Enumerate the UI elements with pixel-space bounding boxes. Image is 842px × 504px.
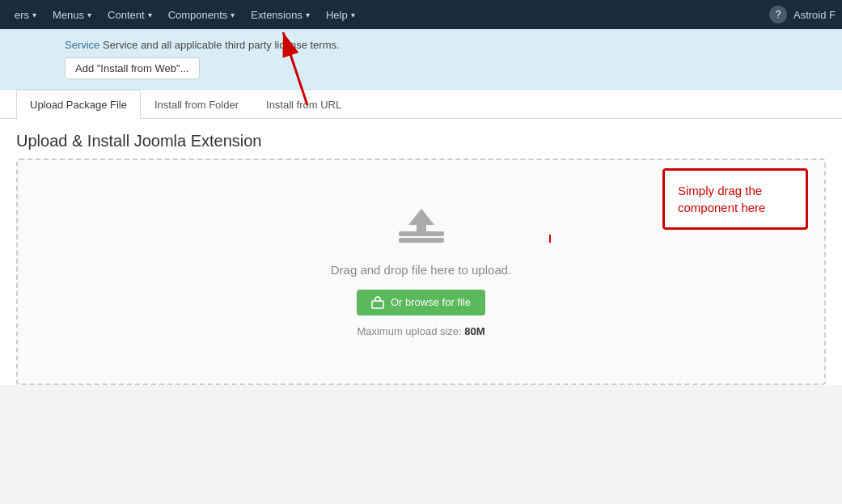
navbar-right: ? Astroid F	[769, 6, 836, 23]
svg-rect-3	[417, 223, 426, 236]
browse-icon	[371, 296, 384, 309]
top-navbar: ers ▾ Menus ▾ Content ▾ Components ▾ Ext…	[0, 0, 842, 29]
navbar-item-content[interactable]: Content ▾	[99, 0, 160, 29]
upload-icon	[399, 207, 444, 250]
main-content: Upload Package File Install from Folder …	[0, 90, 842, 385]
browse-button[interactable]: Or browse for file	[357, 290, 485, 316]
tab-install-url[interactable]: Install from URL	[252, 90, 355, 119]
help-circle-button[interactable]: ?	[769, 6, 787, 23]
callout-box: Simply drag the component here	[662, 168, 808, 230]
brand-name: Astroid F	[793, 9, 836, 21]
tab-upload-package[interactable]: Upload Package File	[16, 90, 141, 119]
svg-rect-1	[399, 238, 444, 243]
service-link[interactable]: Service	[65, 39, 99, 51]
chevron-down-icon: ▾	[148, 11, 152, 19]
tab-install-folder[interactable]: Install from Folder	[141, 90, 252, 119]
navbar-item-users[interactable]: ers ▾	[6, 0, 44, 29]
drag-text: Drag and drop file here to upload.	[331, 263, 511, 277]
page-title: Upload & Install Joomla Extension	[0, 119, 842, 159]
drop-zone[interactable]: Drag and drop file here to upload. Or br…	[16, 159, 826, 385]
max-size-text: Maximum upload size: 80M	[357, 325, 484, 337]
tabs-bar: Upload Package File Install from Folder …	[0, 90, 842, 119]
svg-marker-2	[408, 209, 434, 225]
navbar-item-extensions[interactable]: Extensions ▾	[243, 0, 318, 29]
navbar-item-help[interactable]: Help ▾	[318, 0, 363, 29]
add-install-button[interactable]: Add "Install from Web"...	[65, 57, 200, 79]
chevron-down-icon: ▾	[351, 11, 355, 19]
navbar-item-menus[interactable]: Menus ▾	[44, 0, 99, 29]
banner-text: Service Service and all applicable third…	[65, 39, 826, 51]
svg-rect-4	[372, 301, 383, 308]
chevron-down-icon: ▾	[32, 11, 36, 19]
chevron-down-icon: ▾	[306, 11, 310, 19]
chevron-down-icon: ▾	[231, 11, 235, 19]
chevron-down-icon: ▾	[87, 11, 91, 19]
info-banner: Service Service and all applicable third…	[0, 29, 842, 90]
navbar-item-components[interactable]: Components ▾	[160, 0, 243, 29]
